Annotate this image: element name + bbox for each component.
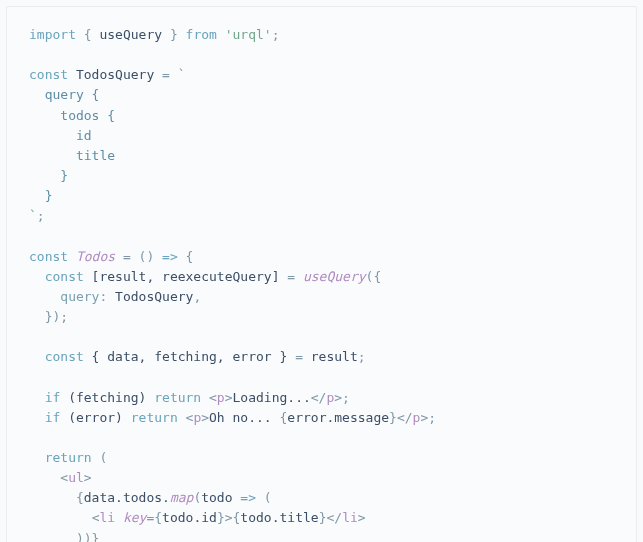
tok: todo.title	[240, 510, 318, 525]
tok: (fetching)	[60, 390, 154, 405]
tok: ;	[428, 410, 436, 425]
tok: ({	[366, 269, 382, 284]
tok: TodosQuery	[76, 67, 154, 82]
tok: =	[123, 249, 131, 264]
tok: ul	[68, 470, 84, 485]
tok: useQuery	[303, 269, 366, 284]
tok: </	[397, 410, 413, 425]
tok: >	[334, 390, 342, 405]
tok: });	[29, 309, 68, 324]
tok: ;	[272, 27, 280, 42]
tok: map	[170, 490, 193, 505]
tok: title	[29, 148, 115, 163]
tok: { data, fetching, error }	[84, 349, 295, 364]
tok: Todos	[68, 249, 123, 264]
tok: {	[178, 249, 194, 264]
tok: TodosQuery	[115, 289, 193, 304]
tok: if	[45, 390, 61, 405]
tok	[29, 490, 76, 505]
tok: >	[225, 510, 233, 525]
tok: li	[99, 510, 115, 525]
tok	[201, 390, 209, 405]
tok: `	[178, 67, 186, 82]
tok: query {	[29, 87, 99, 102]
tok	[29, 289, 60, 304]
tok: todo.id	[162, 510, 217, 525]
tok: (	[92, 450, 108, 465]
tok: id	[29, 128, 92, 143]
tok: ,	[193, 289, 201, 304]
tok	[29, 349, 45, 364]
code-content: import { useQuery } from 'urql'; const T…	[29, 25, 614, 542]
tok: ;	[37, 208, 45, 223]
tok: <	[60, 470, 68, 485]
tok: }	[162, 27, 185, 42]
tok: todos {	[29, 108, 115, 123]
tok	[178, 410, 186, 425]
tok: >	[84, 470, 92, 485]
tok: const	[45, 349, 84, 364]
tok: {	[76, 27, 99, 42]
tok: >	[225, 390, 233, 405]
tok: data.todos.	[84, 490, 170, 505]
tok: }	[217, 510, 225, 525]
tok: const	[29, 67, 68, 82]
tok	[68, 67, 76, 82]
code-block: import { useQuery } from 'urql'; const T…	[6, 6, 637, 542]
tok: {	[76, 490, 84, 505]
tok: >	[358, 510, 366, 525]
tok: ))}	[29, 531, 99, 542]
tok: import	[29, 27, 76, 42]
tok: const	[29, 249, 68, 264]
tok: 'urql'	[225, 27, 272, 42]
tok: }	[29, 168, 68, 183]
tok: useQuery	[99, 27, 162, 42]
tok: from	[186, 27, 217, 42]
tok	[29, 410, 45, 425]
tok	[29, 450, 45, 465]
tok: ;	[342, 390, 350, 405]
tok: {	[154, 510, 162, 525]
tok: `	[29, 208, 37, 223]
tok: :	[99, 289, 115, 304]
tok: }	[29, 188, 52, 203]
tok: todo	[201, 490, 240, 505]
tok: (	[256, 490, 272, 505]
tok: </	[311, 390, 327, 405]
tok: =>	[240, 490, 256, 505]
tok: >	[201, 410, 209, 425]
tok: Oh no...	[209, 410, 279, 425]
tok: =	[287, 269, 295, 284]
tok: ;	[358, 349, 366, 364]
tok	[29, 390, 45, 405]
tok: }	[389, 410, 397, 425]
tok: error.message	[287, 410, 389, 425]
tok: li	[342, 510, 358, 525]
tok: <	[209, 390, 217, 405]
tok: ()	[131, 249, 162, 264]
tok: p	[217, 390, 225, 405]
tok: </	[326, 510, 342, 525]
tok: (error)	[60, 410, 130, 425]
tok: =	[295, 349, 303, 364]
tok: const	[45, 269, 84, 284]
tok: query	[60, 289, 99, 304]
tok	[115, 510, 123, 525]
tok: =	[154, 67, 177, 82]
tok	[217, 27, 225, 42]
tok: result	[303, 349, 358, 364]
tok: return	[154, 390, 201, 405]
tok: return	[131, 410, 178, 425]
tok	[295, 269, 303, 284]
tok	[29, 269, 45, 284]
tok: if	[45, 410, 61, 425]
tok: [result, reexecuteQuery]	[84, 269, 288, 284]
tok: return	[45, 450, 92, 465]
tok	[29, 470, 60, 485]
tok: key	[123, 510, 146, 525]
tok	[29, 510, 92, 525]
tok: =>	[162, 249, 178, 264]
tok: Loading...	[233, 390, 311, 405]
